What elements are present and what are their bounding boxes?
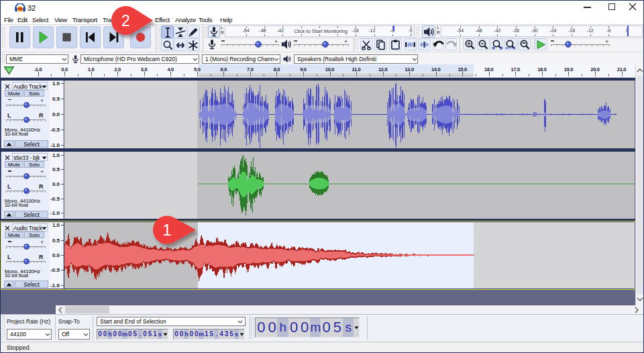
svg-text:1: 1 — [162, 221, 171, 239]
